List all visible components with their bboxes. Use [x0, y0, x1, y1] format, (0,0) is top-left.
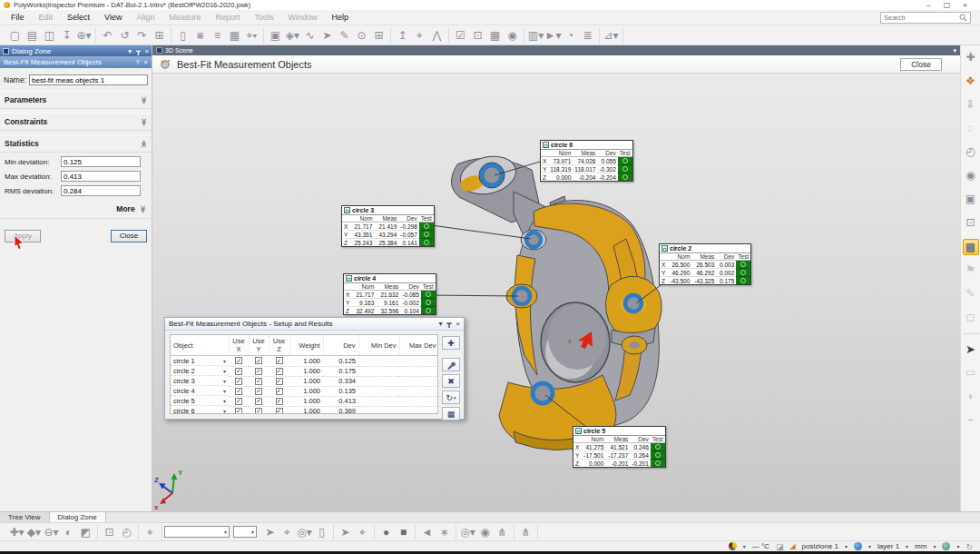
position-selector[interactable]: posizione 1 — [802, 542, 838, 550]
zoom-tool-icon[interactable]: ⊙ — [353, 27, 370, 44]
probe-compensation-icon[interactable]: ⌖ — [411, 27, 428, 44]
update-pie-icon[interactable]: ◔ — [562, 27, 579, 44]
measurement-callout[interactable]: ◻circle 5 NomMeasDevTest X41.27541.5210.… — [573, 426, 666, 468]
result-row[interactable]: circle 1▾ ✓ ✓ ✓ 1.000 0.125 — [171, 356, 438, 367]
report-icon[interactable]: ▥▾ — [527, 27, 544, 44]
update-status-pie-icon[interactable] — [729, 542, 737, 550]
device-dropdown-icon[interactable]: ▾ — [868, 543, 871, 549]
record-icon[interactable]: ● — [377, 524, 395, 540]
pick-tool-icon[interactable]: ➤ — [337, 524, 354, 540]
result-row[interactable]: circle 2▾ ✓ ✓ ✓ 1.000 0.175 — [171, 366, 438, 376]
panel-menu-icon[interactable]: ▾ — [128, 47, 132, 55]
object-dropdown-icon[interactable]: ▾ — [223, 388, 226, 394]
spray-icon[interactable]: ∗ — [436, 524, 453, 540]
checklist-icon[interactable]: ☑ — [452, 27, 469, 44]
maximize-button[interactable]: ▢ — [944, 1, 951, 9]
redo-icon[interactable]: ↷ — [133, 27, 151, 44]
use-y-checkbox[interactable]: ✓ — [255, 408, 262, 415]
edit-tools-icon[interactable]: ✎ — [336, 27, 353, 44]
setup-results-dialog[interactable]: Best-Fit Measurement Objects - Setup and… — [164, 317, 465, 420]
use-y-checkbox[interactable]: ✓ — [255, 388, 262, 395]
window-tool-icon[interactable]: ▭ — [963, 365, 979, 381]
object-dropdown-icon[interactable]: ▾ — [223, 378, 226, 384]
cad-model-icon[interactable]: ▣ — [267, 27, 284, 44]
comment-move-icon[interactable]: ◻ — [963, 310, 979, 326]
scan-icon[interactable]: ◈▾ — [284, 27, 301, 44]
measurement-callout[interactable]: ◻circle 3 NomMeasDevTest X21.71721.419-0… — [341, 205, 435, 247]
gauge-calculator-icon[interactable]: ⊞ — [370, 27, 387, 44]
walker-icon[interactable]: ⋔ — [494, 524, 511, 540]
laser-scanner-icon[interactable]: ◆▾ — [25, 524, 43, 540]
target-icon[interactable]: ◎▾ — [296, 524, 313, 540]
import-icon[interactable]: ↧ — [58, 27, 75, 44]
display-options-icon[interactable]: ⊡ — [963, 215, 979, 232]
panel-close-icon[interactable]: × — [145, 47, 149, 55]
clapper-icon[interactable]: ◩ — [77, 524, 94, 540]
robot-icon[interactable]: ⌁ — [963, 412, 979, 429]
units-dropdown-icon[interactable]: ▾ — [933, 543, 936, 549]
zoom-region-icon[interactable]: ◌ — [963, 121, 979, 137]
grip-icon[interactable]: ◐ — [60, 524, 77, 540]
bestfit-dialog-header[interactable]: Best-Fit Measurement Objects ? × — [0, 56, 152, 68]
use-y-checkbox[interactable]: ✓ — [255, 378, 262, 385]
image-icon[interactable]: ◪ — [776, 542, 784, 551]
mesh-icon[interactable]: ▦ — [226, 27, 243, 44]
table-view-button[interactable]: ▦ — [442, 407, 460, 420]
more-toggle[interactable]: More ≫ — [0, 200, 152, 219]
object-dropdown-icon[interactable]: ▾ — [223, 358, 226, 364]
position-dropdown-icon[interactable]: ▾ — [845, 543, 848, 549]
box-gauge-icon[interactable]: ⊡ — [101, 524, 118, 540]
result-row[interactable]: circle 4▾ ✓ ✓ ✓ 1.000 0.135 — [171, 386, 438, 396]
export-icon[interactable]: ↥ — [394, 27, 411, 44]
rms-deviation-value[interactable] — [61, 185, 141, 196]
scene-close-button[interactable]: Close — [900, 58, 942, 71]
surface-analysis-icon[interactable]: ∿ — [301, 27, 318, 44]
use-x-checkbox[interactable]: ✓ — [235, 357, 242, 364]
search-input[interactable] — [884, 14, 957, 22]
use-z-checkbox[interactable]: ✓ — [276, 398, 283, 405]
save-project-icon[interactable]: ◫ — [41, 27, 58, 44]
menu-item[interactable]: Report — [208, 11, 247, 24]
flash-probe-icon[interactable]: ⌖ — [142, 524, 159, 540]
refresh-dropdown-icon[interactable]: ▾ — [454, 395, 456, 401]
profile-combo[interactable]: ▾ — [233, 526, 257, 538]
new-file-icon[interactable]: ▢ — [6, 27, 24, 44]
object-dropdown-icon[interactable]: ▾ — [223, 398, 226, 404]
scene-tab-menu-icon[interactable]: ▾ — [953, 47, 956, 54]
use-z-checkbox[interactable]: ✓ — [276, 378, 283, 385]
minimize-button[interactable]: – — [926, 1, 930, 9]
align-probe-icon[interactable]: ✚▾ — [8, 524, 25, 540]
zoom-fit-icon[interactable]: ◴ — [963, 144, 979, 161]
layer-selector[interactable]: layer 1 — [877, 542, 899, 550]
pick-point-icon[interactable]: ➤ — [261, 524, 279, 540]
use-z-checkbox[interactable]: ✓ — [276, 388, 283, 395]
use-x-checkbox[interactable]: ✓ — [235, 378, 242, 385]
visibility-eye-icon[interactable]: ◉ — [963, 168, 979, 184]
section-statistics[interactable]: Statistics ≫ — [0, 134, 152, 153]
caliper-icon[interactable]: ◴ — [118, 524, 135, 540]
open-project-icon[interactable]: ▤ — [24, 27, 41, 44]
pan-orbit-icon[interactable]: ✚ — [963, 50, 979, 66]
fix-tool-icon[interactable]: ✎ — [963, 286, 979, 302]
menu-item[interactable]: Edit — [32, 11, 61, 24]
menu-item[interactable]: Help — [324, 11, 356, 24]
panel-tab[interactable]: Tree View — [0, 512, 50, 522]
menu-item[interactable]: Window — [280, 11, 324, 24]
select-hand-icon[interactable]: ➤ — [963, 341, 979, 358]
min-deviation-value[interactable] — [61, 156, 141, 167]
align-drop-icon[interactable]: ⇩ — [963, 97, 979, 114]
stop-icon[interactable]: ■ — [395, 524, 412, 540]
menu-item[interactable]: Align — [129, 11, 162, 24]
use-x-checkbox[interactable]: ✓ — [235, 408, 242, 415]
viewpoint-cube-icon[interactable]: ▣ — [963, 192, 979, 208]
object-dropdown-icon[interactable]: ▾ — [223, 408, 226, 414]
measurement-callout[interactable]: ◻circle 2 NomMeasDevTest X26.50026.5030.… — [659, 243, 751, 285]
name-input[interactable] — [29, 74, 148, 85]
device-combo[interactable]: ▾ — [164, 526, 230, 538]
panel-tab[interactable]: Dialog Zone — [50, 512, 106, 522]
results-table-icon[interactable]: ▦ — [486, 27, 504, 44]
use-z-checkbox[interactable]: ✓ — [276, 357, 283, 364]
use-z-checkbox[interactable]: ✓ — [276, 408, 283, 415]
result-row[interactable]: circle 3▾ ✓ ✓ ✓ 1.000 0.334 — [171, 376, 438, 386]
probe-icon[interactable]: ⌖▾ — [243, 27, 260, 44]
